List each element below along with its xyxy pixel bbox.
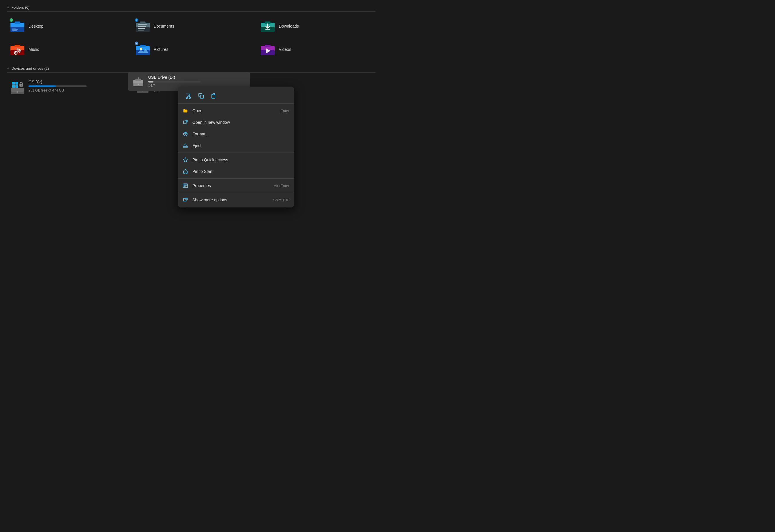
svg-rect-9 (140, 22, 146, 24)
usb-card-name: USB Drive (D:) (148, 75, 246, 80)
pin-quick-icon (182, 157, 188, 163)
svg-marker-73 (183, 158, 188, 162)
svg-marker-71 (183, 144, 188, 146)
svg-rect-47 (12, 85, 15, 88)
folders-grid: Desktop ↻ Documents (7, 16, 375, 59)
downloads-folder-icon (260, 19, 275, 34)
svg-point-35 (140, 48, 142, 50)
folder-pictures[interactable]: ☁ Pictures (132, 40, 250, 59)
c-drive-info: OS (C:) 251 GB free of 474 GB (28, 80, 122, 92)
c-drive-icon (10, 80, 25, 95)
properties-icon (182, 183, 188, 189)
svg-rect-6 (12, 30, 17, 31)
ctx-open-label: Open (192, 108, 276, 113)
svg-point-25 (15, 52, 16, 53)
usb-card-icon (132, 75, 145, 88)
svg-rect-64 (200, 95, 204, 98)
videos-icon-wrap (260, 42, 275, 57)
ctx-show-more-label: Show more options (192, 198, 269, 202)
cut-button[interactable] (182, 91, 194, 101)
cloud-badge-pictures: ☁ (134, 41, 139, 46)
ctx-open-shortcut: Enter (280, 109, 289, 113)
svg-rect-10 (136, 27, 150, 32)
desktop-label: Desktop (28, 24, 43, 28)
ctx-properties-shortcut: Alt+Enter (274, 184, 289, 188)
ctx-item-eject[interactable]: Eject (178, 140, 294, 151)
eject-icon (182, 143, 188, 148)
svg-rect-2 (15, 22, 20, 24)
ctx-pin-quick-label: Pin to Quick access (192, 157, 285, 162)
svg-rect-66 (213, 94, 215, 95)
ctx-separator-3 (178, 193, 294, 193)
drives-section-label: Devices and drives (2) (11, 66, 49, 71)
videos-label: Videos (279, 47, 291, 52)
pictures-icon-wrap: ☁ (135, 42, 150, 57)
music-label: Music (28, 47, 39, 52)
svg-rect-19 (265, 29, 270, 30)
ctx-item-format[interactable]: Format... (178, 128, 294, 140)
check-badge-desktop (9, 18, 14, 22)
c-drive-bar-fill (28, 85, 56, 87)
ctx-item-show-more[interactable]: Show more options Shift+F10 (178, 194, 294, 206)
svg-rect-4 (12, 28, 16, 28)
folders-section-header: ∨ Folders (6) (7, 5, 375, 12)
svg-point-30 (19, 51, 20, 52)
ctx-show-more-shortcut: Shift+F10 (273, 198, 289, 202)
svg-rect-45 (12, 82, 15, 85)
paste-icon (211, 93, 217, 99)
copy-icon (198, 93, 204, 99)
usb-card-bar-bg (148, 81, 200, 83)
folder-desktop[interactable]: Desktop (7, 16, 125, 36)
copy-button[interactable] (195, 91, 207, 101)
usb-card-bar-fill (148, 81, 153, 83)
svg-rect-11 (138, 24, 147, 25)
folders-section-label: Folders (6) (11, 5, 30, 10)
c-drive-bar-bg (28, 85, 87, 87)
downloads-label: Downloads (279, 24, 299, 28)
ctx-separator-2 (178, 178, 294, 179)
videos-folder-icon (260, 42, 275, 57)
c-drive-size: 251 GB free of 474 GB (28, 88, 122, 92)
open-icon (182, 108, 188, 114)
context-menu: Open Enter Open in new window Format... (178, 87, 294, 207)
svg-rect-44 (17, 92, 18, 93)
documents-label: Documents (154, 24, 174, 28)
svg-rect-59 (135, 79, 141, 81)
svg-rect-22 (15, 45, 20, 47)
folders-chevron: ∨ (7, 6, 9, 9)
svg-rect-33 (140, 45, 146, 47)
ctx-item-properties[interactable]: Properties Alt+Enter (178, 180, 294, 191)
drive-c[interactable]: OS (C:) 251 GB free of 474 GB (7, 77, 125, 97)
downloads-icon-wrap (260, 19, 275, 34)
ctx-pin-start-label: Pin to Start (192, 169, 285, 174)
ctx-item-pin-start[interactable]: Pin to Start (178, 166, 294, 177)
svg-rect-5 (12, 29, 18, 30)
ctx-open-new-window-label: Open in new window (192, 120, 285, 125)
show-more-icon (182, 197, 188, 203)
pictures-label: Pictures (154, 47, 168, 52)
svg-rect-14 (138, 30, 144, 31)
svg-rect-67 (183, 121, 186, 124)
open-new-window-icon (182, 119, 188, 125)
svg-rect-13 (138, 28, 145, 29)
ctx-item-open[interactable]: Open Enter (178, 105, 294, 117)
music-folder-icon (10, 42, 25, 57)
svg-rect-46 (15, 82, 18, 85)
cut-icon (185, 93, 191, 99)
paste-button[interactable] (208, 91, 220, 101)
drives-section-header: ∨ Devices and drives (2) (7, 66, 375, 73)
svg-rect-48 (15, 85, 18, 88)
svg-rect-78 (183, 198, 186, 201)
folder-downloads[interactable]: Downloads (257, 16, 375, 36)
usb-card-drive-icon (132, 75, 145, 88)
sync-badge-documents: ↻ (134, 18, 139, 22)
folder-music[interactable]: Music (7, 40, 125, 59)
drives-chevron: ∨ (7, 67, 9, 70)
ctx-item-open-new-window[interactable]: Open in new window (178, 117, 294, 128)
context-menu-toolbar (178, 88, 294, 104)
ctx-item-pin-quick[interactable]: Pin to Quick access (178, 154, 294, 166)
folder-documents[interactable]: ↻ Documents (132, 16, 250, 36)
c-drive-name: OS (C:) (28, 80, 122, 84)
folder-videos[interactable]: Videos (257, 40, 375, 59)
ctx-eject-label: Eject (192, 143, 285, 148)
